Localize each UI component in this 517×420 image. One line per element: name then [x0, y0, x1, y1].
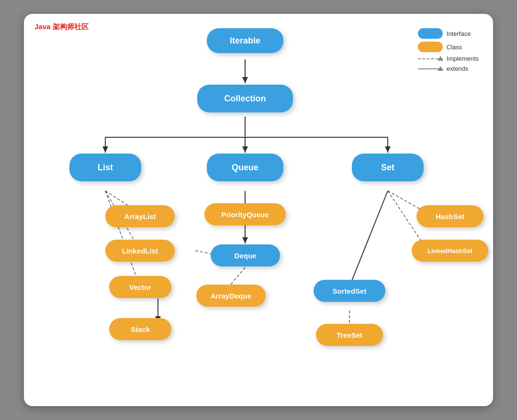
node-iterable: Iterable	[207, 28, 283, 53]
svg-marker-9	[385, 146, 391, 153]
legend-interface-label: Interface	[447, 30, 471, 37]
legend-interface: Interface	[418, 28, 479, 39]
svg-marker-1	[242, 77, 248, 83]
legend-class-box	[418, 42, 443, 52]
svg-marker-21	[242, 237, 248, 243]
node-arraylist: ArrayList	[105, 205, 175, 227]
legend-extends-line	[418, 68, 443, 69]
watermark-label: Java 架构师社区	[34, 22, 89, 32]
legend-class-label: Class	[447, 44, 462, 51]
node-queue: Queue	[207, 154, 283, 181]
legend-implements: Implements	[418, 55, 479, 62]
legend-class: Class	[418, 42, 479, 52]
legend-implements-line	[418, 58, 443, 59]
svg-marker-5	[102, 146, 108, 153]
legend: Interface Class Implements extends	[418, 28, 479, 72]
node-set: Set	[352, 154, 424, 181]
node-deque: Deque	[211, 244, 280, 266]
node-linkedhashset: LinkedHashSet	[412, 240, 488, 262]
node-treeset: TreeSet	[316, 324, 383, 346]
legend-interface-box	[418, 28, 443, 39]
node-priorityqueue: PriorityQueue	[204, 203, 286, 225]
legend-implements-label: Implements	[447, 55, 479, 62]
svg-line-30	[349, 191, 388, 287]
diagram-container: Java 架构师社区 Interface Class Implements ex…	[24, 14, 493, 406]
node-list: List	[69, 154, 141, 181]
node-arraydeque: ArrayDeque	[196, 285, 266, 307]
node-linkedlist: LinkedList	[105, 240, 175, 262]
node-stack: Stack	[109, 318, 171, 340]
node-sortedset: SortedSet	[314, 280, 385, 302]
node-vector: Vector	[109, 276, 171, 298]
node-collection: Collection	[197, 85, 293, 112]
legend-extends-label: extends	[447, 65, 469, 72]
node-hashset: HashSet	[416, 205, 483, 227]
legend-extends: extends	[418, 65, 479, 72]
svg-marker-7	[242, 146, 248, 153]
